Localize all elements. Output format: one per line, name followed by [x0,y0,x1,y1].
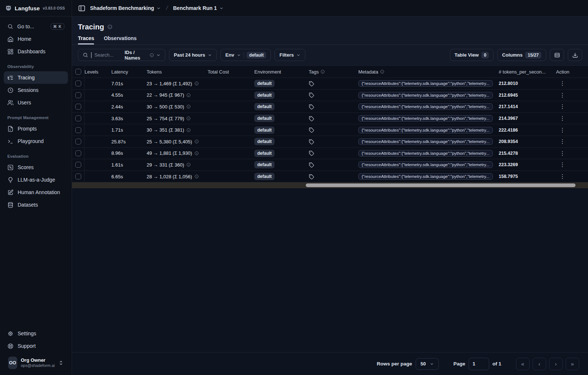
col-header-tags[interactable]: Tags [309,69,358,75]
tab-traces[interactable]: Traces [78,35,94,44]
env-filter-button[interactable]: Env default [220,49,271,61]
sidebar-toggle-icon[interactable] [78,4,86,12]
table-row[interactable]: 3.63s 25 → 754 (Σ 779) default {"resourc… [72,113,588,125]
sidebar-item-human-annotation[interactable]: Human Annotation [4,186,68,199]
sidebar-item-settings[interactable]: Settings [4,327,68,340]
kebab-menu-icon[interactable]: ⋮ [558,92,567,99]
breadcrumb-project[interactable]: Shadeform Benchmarking [90,5,161,11]
previous-page-button[interactable]: ‹ [533,358,546,370]
col-header-levels[interactable]: Levels [85,69,111,75]
col-header-total-cost[interactable]: Total Cost [208,69,254,75]
row-checkbox[interactable] [75,174,81,179]
tag-icon[interactable] [309,116,314,121]
search-type-selector[interactable]: IDs / Names [125,50,161,61]
info-icon[interactable] [194,139,199,144]
metadata-pill[interactable]: {"resourceAttributes":{"telemetry.sdk.la… [358,127,493,133]
col-header-tokens-per-second[interactable]: # tokens_per_secon... [499,69,556,75]
sidebar-item-users[interactable]: Users [4,96,68,109]
info-icon[interactable] [194,81,199,86]
table-row[interactable]: 6.65s 28 → 1,028 (Σ 1,056) default {"res… [72,171,588,183]
metadata-pill[interactable]: {"resourceAttributes":{"telemetry.sdk.la… [358,173,493,180]
sidebar-item-tracing[interactable]: Tracing [4,71,68,84]
info-icon[interactable] [186,128,191,132]
sidebar-item-prompts[interactable]: Prompts [4,122,68,135]
table-row[interactable]: 8.96s 49 → 1,881 (Σ 1,930) default {"res… [72,148,588,160]
metadata-pill[interactable]: {"resourceAttributes":{"telemetry.sdk.la… [358,138,493,145]
metadata-pill[interactable]: {"resourceAttributes":{"telemetry.sdk.la… [358,80,493,87]
search-input[interactable] [94,52,122,58]
row-checkbox[interactable] [75,92,81,98]
table-row[interactable]: 1.71s 30 → 351 (Σ 381) default {"resourc… [72,124,588,136]
col-header-latency[interactable]: Latency [111,69,147,75]
kebab-menu-icon[interactable]: ⋮ [558,161,567,168]
first-page-button[interactable]: « [516,358,530,370]
table-row[interactable]: 25.87s 25 → 5,380 (Σ 5,405) default {"re… [72,136,588,148]
row-checkbox[interactable] [75,150,81,156]
last-page-button[interactable]: » [566,358,579,370]
metadata-pill[interactable]: {"resourceAttributes":{"telemetry.sdk.la… [358,92,493,99]
horizontal-scrollbar[interactable] [72,182,588,188]
select-all-checkbox[interactable] [75,69,81,75]
row-checkbox[interactable] [75,81,81,86]
search-box[interactable]: IDs / Names [78,49,165,61]
col-header-environment[interactable]: Environment [254,69,309,75]
sidebar-item-support[interactable]: Support [4,340,68,352]
tag-icon[interactable] [309,174,314,179]
table-view-button[interactable]: Table View 0 [450,49,494,61]
goto-search[interactable]: Go to... ⌘ K [4,20,68,33]
table-row[interactable]: 1.61s 29 → 331 (Σ 360) default {"resourc… [72,159,588,171]
col-header-metadata[interactable]: Metadata [358,69,499,75]
tag-icon[interactable] [309,104,314,110]
sidebar-item-llm-judge[interactable]: LLM-as-a-Judge [4,174,68,186]
kebab-menu-icon[interactable]: ⋮ [558,138,567,145]
row-checkbox[interactable] [75,127,81,133]
user-account-button[interactable]: OO Org Owner ops@shadeform.ai [4,352,68,375]
row-checkbox[interactable] [75,162,81,168]
sidebar-item-scores[interactable]: Scores [4,161,68,174]
sidebar-item-dashboards[interactable]: Dashboards [4,45,68,58]
row-checkbox[interactable] [75,139,81,144]
table-row[interactable]: 2.44s 30 → 500 (Σ 530) default {"resourc… [72,101,588,113]
sidebar-item-sessions[interactable]: Sessions [4,84,68,96]
next-page-button[interactable]: › [549,358,563,370]
row-height-button[interactable] [550,49,564,61]
tab-observations[interactable]: Observations [104,35,136,44]
tag-icon[interactable] [309,92,314,98]
info-icon[interactable] [107,24,112,29]
info-icon[interactable] [194,151,199,156]
sidebar-item-datasets[interactable]: Datasets [4,199,68,211]
table-row[interactable]: 4.55s 22 → 945 (Σ 967) default {"resourc… [72,90,588,101]
tag-icon[interactable] [309,139,314,144]
tag-icon[interactable] [309,81,314,86]
time-range-button[interactable]: Past 24 hours [169,49,217,61]
info-icon[interactable] [186,162,191,167]
col-header-tokens[interactable]: Tokens [147,69,208,75]
sidebar-item-home[interactable]: Home [4,33,68,45]
metadata-pill[interactable]: {"resourceAttributes":{"telemetry.sdk.la… [358,103,493,110]
export-button[interactable] [568,49,582,61]
page-number-input[interactable] [469,358,489,370]
info-icon[interactable] [186,104,191,109]
rows-per-page-select[interactable]: 50 [416,358,438,370]
metadata-pill[interactable]: {"resourceAttributes":{"telemetry.sdk.la… [358,150,493,157]
info-icon[interactable] [194,174,199,179]
columns-button[interactable]: Columns 15/27 [497,49,546,61]
scrollbar-thumb[interactable] [306,183,576,187]
kebab-menu-icon[interactable]: ⋮ [558,80,567,87]
filters-button[interactable]: Filters [275,49,305,61]
row-checkbox[interactable] [75,104,81,110]
kebab-menu-icon[interactable]: ⋮ [558,150,567,157]
tag-icon[interactable] [309,162,314,168]
info-icon[interactable] [186,116,191,121]
metadata-pill[interactable]: {"resourceAttributes":{"telemetry.sdk.la… [358,115,493,122]
tag-icon[interactable] [309,127,314,133]
sidebar-item-playground[interactable]: Playground [4,135,68,147]
info-icon[interactable] [186,93,191,97]
breadcrumb-run[interactable]: Benchmark Run 1 [173,5,224,11]
kebab-menu-icon[interactable]: ⋮ [558,115,567,122]
kebab-menu-icon[interactable]: ⋮ [558,173,567,180]
metadata-pill[interactable]: {"resourceAttributes":{"telemetry.sdk.la… [358,161,493,168]
kebab-menu-icon[interactable]: ⋮ [558,103,567,110]
table-row[interactable]: 7.01s 23 → 1,469 (Σ 1,492) default {"res… [72,78,588,90]
tag-icon[interactable] [309,150,314,156]
